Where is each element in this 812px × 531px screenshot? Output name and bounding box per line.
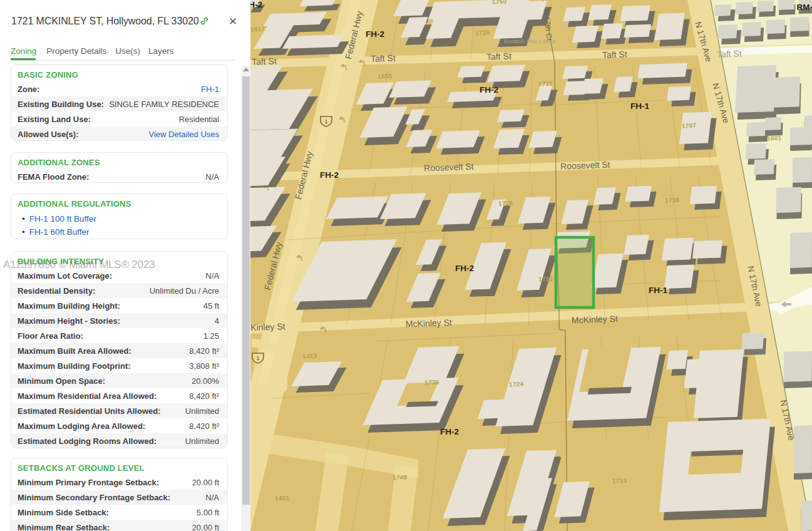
svg-text:Roosevelt St: Roosevelt St <box>560 160 610 172</box>
svg-text:FH-2: FH-2 <box>440 427 459 436</box>
svg-text:1401: 1401 <box>275 494 290 502</box>
svg-text:Taft St: Taft St <box>371 53 396 63</box>
svg-text:FH-1: FH-1 <box>649 286 667 295</box>
svg-text:Taft St: Taft St <box>717 48 742 59</box>
svg-text:FH-2: FH-2 <box>366 29 384 39</box>
svg-text:1413: 1413 <box>302 352 317 359</box>
svg-text:1655: 1655 <box>378 72 393 80</box>
svg-text:1725: 1725 <box>475 29 490 36</box>
svg-text:Roosevelt St: Roosevelt St <box>424 162 474 173</box>
svg-text:FH-1: FH-1 <box>630 101 649 111</box>
svg-text:1726: 1726 <box>498 199 513 207</box>
svg-text:FH-2: FH-2 <box>455 264 474 273</box>
svg-text:RM-1: RM-1 <box>797 3 812 12</box>
svg-text:1817: 1817 <box>250 25 265 33</box>
svg-text:1750: 1750 <box>492 0 507 6</box>
svg-text:1722: 1722 <box>538 80 553 87</box>
svg-text:FH-2: FH-2 <box>320 170 339 180</box>
svg-text:FH-2: FH-2 <box>480 85 498 95</box>
svg-text:1749: 1749 <box>393 473 408 481</box>
svg-text:1: 1 <box>324 118 327 125</box>
svg-text:1601: 1601 <box>767 134 782 142</box>
svg-text:1736: 1736 <box>424 378 439 386</box>
svg-text:Scottish Rite Lodge: Scottish Rite Lodge <box>504 38 555 44</box>
svg-text:Taft St: Taft St <box>602 49 627 59</box>
svg-text:Taft St: Taft St <box>252 56 277 66</box>
svg-text:1716: 1716 <box>665 196 680 204</box>
svg-text:McKinley St: McKinley St <box>572 314 619 326</box>
svg-text:Taft St: Taft St <box>486 51 511 61</box>
svg-text:Kinley St: Kinley St <box>250 321 285 333</box>
svg-text:McKinley St: McKinley St <box>406 317 453 329</box>
svg-text:1724: 1724 <box>509 380 524 388</box>
svg-text:FH-2: FH-2 <box>250 0 262 9</box>
svg-text:1707: 1707 <box>682 121 697 129</box>
svg-text:1: 1 <box>256 354 259 361</box>
svg-text:1713: 1713 <box>612 477 627 484</box>
svg-text:1722: 1722 <box>538 275 553 282</box>
